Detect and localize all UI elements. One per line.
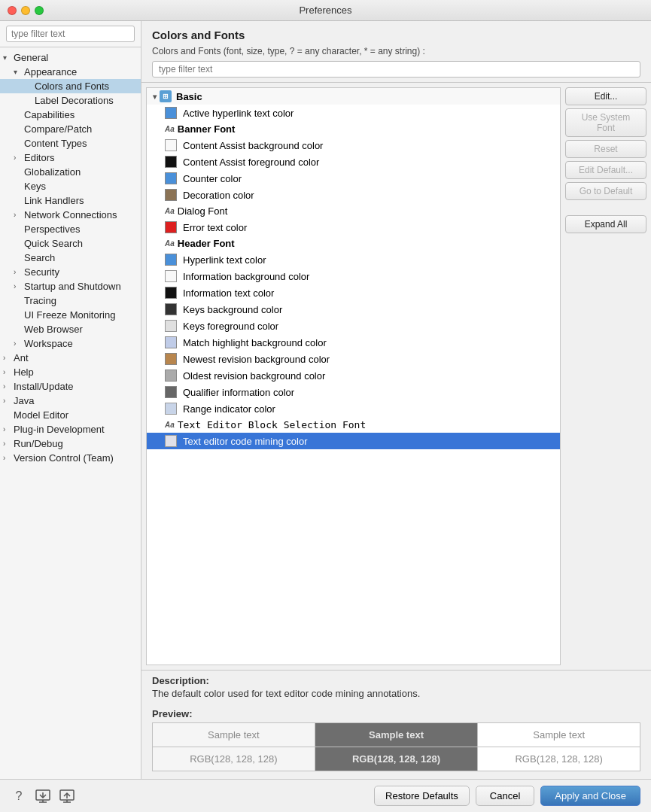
sidebar-item-version-control[interactable]: ›Version Control (Team) — [0, 451, 141, 465]
sidebar-item-label: Editors — [24, 152, 54, 163]
sidebar-item-label-decorations[interactable]: Label Decorations — [0, 93, 141, 108]
list-item-information-text[interactable]: Information text color — [147, 284, 560, 301]
chevron-icon: › — [3, 368, 14, 376]
sidebar-item-tracing[interactable]: Tracing — [0, 293, 141, 308]
panel-filter-input[interactable] — [152, 61, 640, 78]
cancel-button[interactable]: Cancel — [476, 786, 534, 806]
list-item-content-assist-bg[interactable]: Content Assist background color — [147, 137, 560, 154]
sidebar-item-install-update[interactable]: ›Install/Update — [0, 379, 141, 394]
title-bar: Preferences — [0, 0, 651, 21]
sidebar-filter-area — [0, 21, 141, 47]
sidebar-item-perspectives[interactable]: Perspectives — [0, 222, 141, 236]
sidebar-item-network-connections[interactable]: ›Network Connections — [0, 208, 141, 222]
sidebar-item-ui-freeze-monitoring[interactable]: UI Freeze Monitoring — [0, 308, 141, 322]
maximize-button[interactable] — [35, 6, 44, 15]
sidebar-item-java[interactable]: ›Java — [0, 394, 141, 408]
edit-button[interactable]: Edit... — [565, 87, 646, 105]
help-icon[interactable]: ? — [11, 788, 27, 804]
list-item-text-editor-block-font[interactable]: AaText Editor Block Selection Font — [147, 417, 560, 433]
sidebar-item-quick-search[interactable]: Quick Search — [0, 236, 141, 251]
group-chevron-icon: ▾ — [153, 93, 157, 101]
list-item-oldest-revision-bg[interactable]: Oldest revision background color — [147, 367, 560, 384]
export-icon[interactable] — [59, 788, 75, 804]
chevron-icon: › — [14, 154, 24, 162]
color-item-label: Range indicator color — [183, 403, 275, 415]
color-swatch — [165, 353, 177, 365]
sidebar-item-run-debug[interactable]: ›Run/Debug — [0, 436, 141, 451]
sidebar-filter-input[interactable] — [6, 26, 135, 42]
sidebar-item-label: Search — [24, 252, 55, 263]
sidebar-item-globalization[interactable]: Globalization — [0, 165, 141, 179]
sidebar-item-appearance[interactable]: ▾Appearance — [0, 65, 141, 79]
sidebar-item-label: Quick Search — [24, 238, 83, 249]
sidebar-item-compare-patch[interactable]: Compare/Patch — [0, 122, 141, 136]
window-controls[interactable] — [8, 6, 44, 15]
group-header-basic[interactable]: ▾⊞Basic — [147, 88, 560, 105]
sidebar-tree: ▾General▾AppearanceColors and FontsLabel… — [0, 47, 141, 779]
close-button[interactable] — [8, 6, 17, 15]
list-item-active-hyperlink[interactable]: Active hyperlink text color — [147, 105, 560, 121]
apply-and-close-button[interactable]: Apply and Close — [540, 786, 640, 806]
sidebar-item-content-types[interactable]: Content Types — [0, 136, 141, 151]
font-item-label: Header Font — [178, 238, 235, 249]
sidebar-item-help[interactable]: ›Help — [0, 365, 141, 379]
list-item-text-editor-code-mining[interactable]: Text editor code mining color — [147, 433, 560, 449]
sidebar-item-workspace[interactable]: ›Workspace — [0, 336, 141, 351]
go-to-default-button[interactable]: Go to Default — [565, 182, 646, 200]
sidebar-item-link-handlers[interactable]: Link Handlers — [0, 193, 141, 208]
description-text: The default color used for text editor c… — [152, 688, 640, 699]
preview-dark-text: Sample text — [315, 723, 478, 747]
group-label: Basic — [176, 91, 202, 102]
minimize-button[interactable] — [21, 6, 30, 15]
description-label: Description: — [152, 675, 209, 686]
sidebar-item-editors[interactable]: ›Editors — [0, 151, 141, 165]
sidebar-item-security[interactable]: ›Security — [0, 265, 141, 279]
sidebar-item-label: Link Handlers — [24, 195, 84, 206]
color-item-label: Active hyperlink text color — [183, 108, 294, 119]
sidebar-item-model-editor[interactable]: Model Editor — [0, 408, 141, 422]
preview-light-rgb: RGB(128, 128, 128) — [153, 747, 315, 771]
sidebar-item-general[interactable]: ▾General — [0, 50, 141, 65]
list-item-decoration-color[interactable]: Decoration color — [147, 187, 560, 203]
use-system-font-button[interactable]: Use System Font — [565, 108, 646, 137]
preview-row-text: Sample text Sample text Sample text — [153, 723, 640, 747]
list-item-information-bg[interactable]: Information background color — [147, 268, 560, 284]
list-item-keys-foreground[interactable]: Keys foreground color — [147, 318, 560, 334]
list-item-qualifier-info[interactable]: Qualifier information color — [147, 384, 560, 400]
sidebar-item-web-browser[interactable]: Web Browser — [0, 322, 141, 336]
group-icon: ⊞ — [160, 90, 172, 102]
panel-body: ▾⊞BasicActive hyperlink text colorAaBann… — [141, 83, 651, 670]
sidebar-item-startup-and-shutdown[interactable]: ›Startup and Shutdown — [0, 279, 141, 293]
list-item-counter-color[interactable]: Counter color — [147, 170, 560, 187]
list-item-match-highlight-bg[interactable]: Match highlight background color — [147, 334, 560, 351]
list-item-dialog-font[interactable]: AaDialog Font — [147, 203, 560, 219]
reset-button[interactable]: Reset — [565, 140, 646, 158]
import-icon[interactable] — [35, 788, 51, 804]
list-item-header-font[interactable]: AaHeader Font — [147, 236, 560, 251]
sidebar-item-capabilities[interactable]: Capabilities — [0, 108, 141, 122]
color-item-label: Oldest revision background color — [183, 370, 325, 382]
sidebar-item-plug-in-development[interactable]: ›Plug-in Development — [0, 422, 141, 436]
list-item-hyperlink-text[interactable]: Hyperlink text color — [147, 251, 560, 268]
restore-defaults-button[interactable]: Restore Defaults — [374, 786, 470, 806]
list-item-error-text[interactable]: Error text color — [147, 219, 560, 236]
sidebar-item-label: Plug-in Development — [14, 424, 105, 435]
sidebar-item-ant[interactable]: ›Ant — [0, 351, 141, 365]
panel-description-line: Colors and Fonts (font, size, type, ? = … — [152, 46, 640, 56]
sidebar-item-search[interactable]: Search — [0, 251, 141, 265]
color-item-label: Text editor code mining color — [183, 436, 307, 447]
font-item-label: Text Editor Block Selection Font — [178, 419, 366, 430]
list-item-keys-background[interactable]: Keys background color — [147, 301, 560, 318]
edit-default-button[interactable]: Edit Default... — [565, 161, 646, 179]
list-item-banner-font[interactable]: AaBanner Font — [147, 121, 560, 137]
color-item-label: Decoration color — [183, 190, 254, 201]
font-prefix: Aa — [165, 207, 175, 215]
sidebar-item-keys[interactable]: Keys — [0, 179, 141, 193]
list-item-range-indicator[interactable]: Range indicator color — [147, 400, 560, 417]
color-item-label: Counter color — [183, 173, 242, 184]
list-item-content-assist-fg[interactable]: Content Assist foreground color — [147, 154, 560, 170]
sidebar-item-colors-and-fonts[interactable]: Colors and Fonts — [0, 79, 141, 93]
list-item-newest-revision-bg[interactable]: Newest revision background color — [147, 351, 560, 367]
panel-filter-area — [152, 61, 640, 78]
expand-all-button[interactable]: Expand All — [565, 215, 646, 233]
